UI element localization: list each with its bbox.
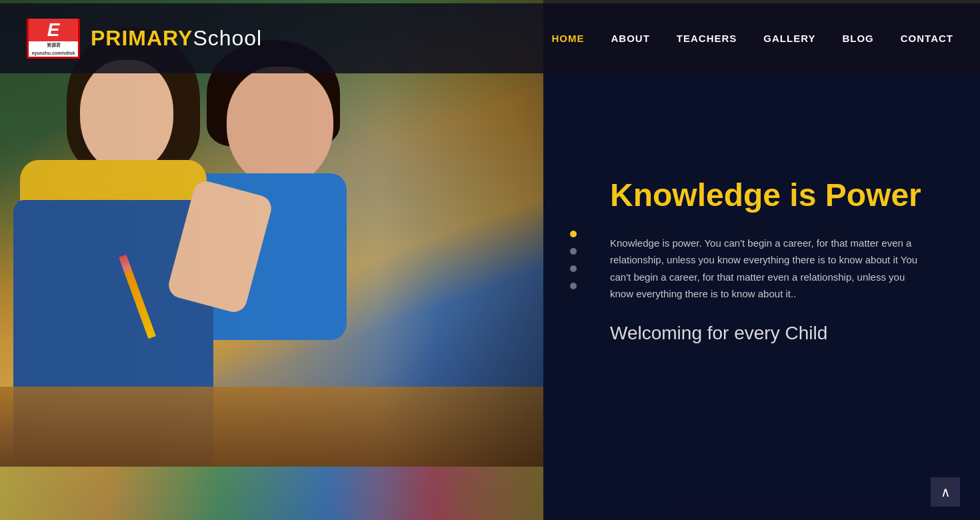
back-to-top-button[interactable]: ∧ [931,477,960,507]
hero-body-text: Knowledge is power. You can't begin a ca… [610,235,927,303]
slider-dots [570,231,577,289]
hero-heading: Knowledge is Power [610,176,927,215]
logo-subtext2: eyunzhu.com/vdisk [31,49,77,57]
hero-content-panel: Knowledge is Power Knowledge is power. Y… [543,0,980,520]
hero-subheading: Welcoming for every Child [610,323,927,344]
main-nav: HOME ABOUT TEACHERS GALLERY BLOG CONTACT [551,33,953,44]
nav-contact[interactable]: CONTACT [901,33,953,44]
site-header: E 资源君 eyunzhu.com/vdisk PRIMARYSchool HO… [0,3,980,73]
nav-about[interactable]: ABOUT [611,33,649,44]
site-title-primary: PRIMARY [91,26,193,50]
slider-dot-3[interactable] [570,265,577,272]
logo-badge: E 资源君 eyunzhu.com/vdisk [27,19,80,59]
logo-letter: E [29,19,78,41]
image-overlay [0,0,543,520]
nav-home[interactable]: HOME [551,33,584,44]
slider-dot-4[interactable] [570,283,577,289]
slider-dot-2[interactable] [570,248,577,255]
slider-dot-1[interactable] [570,231,577,237]
logo-subtext1: 资源君 [45,41,62,49]
nav-blog[interactable]: BLOG [842,33,873,44]
site-title: PRIMARYSchool [91,26,262,51]
hero-image [0,0,543,520]
nav-teachers[interactable]: TEACHERS [677,33,737,44]
logo-area: E 资源君 eyunzhu.com/vdisk PRIMARYSchool [27,19,262,59]
nav-gallery[interactable]: GALLERY [763,33,815,44]
site-title-secondary: School [193,26,262,50]
hero-section: E 资源君 eyunzhu.com/vdisk PRIMARYSchool HO… [0,0,980,520]
chevron-up-icon: ∧ [941,484,951,500]
